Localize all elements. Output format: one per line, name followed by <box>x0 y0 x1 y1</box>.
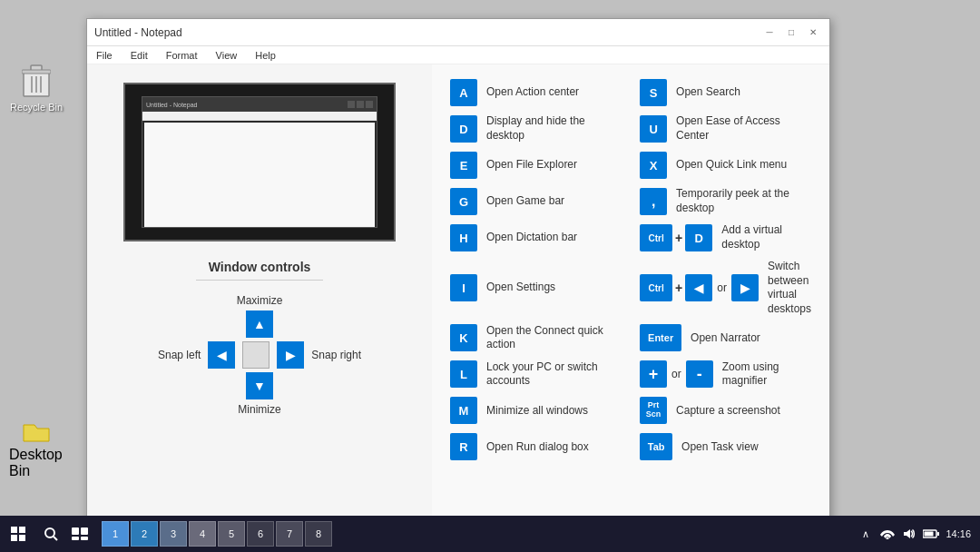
key-d-combo: D <box>685 224 712 251</box>
menu-format[interactable]: Format <box>161 48 203 63</box>
clock-time: 14:16 <box>946 527 971 540</box>
svg-point-12 <box>887 537 889 540</box>
desc-x: Open Quick Link menu <box>676 158 787 172</box>
shortcut-u: U Open Ease of Access Center <box>640 114 811 143</box>
shortcut-a: A Open Action center <box>450 78 612 107</box>
key-plus-zoom: + <box>640 360 667 388</box>
screenshot-preview: Untitled - Notepad <box>123 83 396 242</box>
shortcut-g: G Open Game bar <box>450 187 612 216</box>
shortcut-r: R Open Run dialog box <box>450 432 612 461</box>
menu-help[interactable]: Help <box>250 48 281 63</box>
svg-rect-2 <box>22 70 51 74</box>
taskbar-pinned-numbers: 1 2 3 4 5 6 7 8 <box>102 516 334 552</box>
snap-left-btn[interactable]: ◀ <box>208 341 235 369</box>
taskbar-pin-5[interactable]: 5 <box>218 521 245 547</box>
taskbar: 1 2 3 4 5 6 7 8 ∧ <box>0 516 980 552</box>
preview-title-text: Untitled - Notepad <box>146 102 197 108</box>
desc-r: Open Run dialog box <box>486 440 589 455</box>
snap-row: Snap left ◀ ▶ Snap right <box>158 341 361 369</box>
taskbar-pin-3[interactable]: 3 <box>160 521 187 547</box>
network-icon <box>880 528 895 539</box>
svg-rect-14 <box>937 532 939 536</box>
or-text: or <box>717 281 727 294</box>
snap-right-label: Snap right <box>311 349 361 361</box>
recycle-bin-label: Recycle Bin <box>10 102 63 113</box>
shortcut-h: H Open Dictation bar <box>450 223 612 252</box>
titlebar-controls: ─ □ ✕ <box>760 25 822 40</box>
taskbar-clock[interactable]: 14:16 <box>946 527 971 540</box>
taskbar-pin-8[interactable]: 8 <box>305 521 332 547</box>
taskbar-search-button[interactable] <box>36 519 65 548</box>
key-s: S <box>640 79 667 106</box>
search-icon <box>44 527 58 541</box>
start-sq-1 <box>11 527 17 533</box>
taskbar-pin-4[interactable]: 4 <box>189 521 216 547</box>
key-minus-zoom: - <box>686 360 713 388</box>
key-combo-ctrl-arrow: Ctrl + ◀ or ▶ <box>640 274 759 301</box>
desc-u: Open Ease of Access Center <box>676 114 811 143</box>
maximize-row: Maximize <box>237 294 283 307</box>
desc-k: Open the Connect quick action <box>486 324 612 352</box>
desc-l: Lock your PC or switch accounts <box>486 360 612 389</box>
maximize-label: Maximize <box>237 294 283 307</box>
key-prtscn: Prt Scn <box>640 397 667 424</box>
down-arrow-btn[interactable]: ▼ <box>246 372 273 399</box>
battery-icon <box>923 529 939 538</box>
tray-battery-icon[interactable] <box>922 525 940 543</box>
preview-titlebar: Untitled - Notepad <box>142 97 377 112</box>
menu-edit[interactable]: Edit <box>125 48 153 63</box>
tray-volume-icon[interactable] <box>900 525 918 543</box>
svg-line-7 <box>54 537 57 540</box>
taskbar-pin-7[interactable]: 7 <box>276 521 303 547</box>
task-view-icon <box>72 527 88 540</box>
desktop-folder-icon[interactable]: Desktop Bin <box>9 418 64 479</box>
shortcut-d: D Display and hide the desktop <box>450 114 612 143</box>
desc-h: Open Dictation bar <box>486 231 577 245</box>
key-combo-zoom: + or - <box>640 360 713 388</box>
window-controls-title: Window controls <box>209 260 311 274</box>
shortcut-prtscn: Prt Scn Capture a screenshot <box>640 396 811 425</box>
taskbar-task-view-button[interactable] <box>65 519 94 548</box>
maximize-button[interactable]: □ <box>782 25 800 40</box>
desc-g: Open Game bar <box>486 194 564 209</box>
start-button[interactable] <box>0 516 36 552</box>
notepad-title: Untitled - Notepad <box>94 26 182 39</box>
shortcut-ctrl-d: Ctrl + D Add a virtual desktop <box>640 223 811 252</box>
volume-icon <box>903 528 916 539</box>
or-text-2: or <box>671 368 681 380</box>
minimize-label: Minimize <box>238 403 280 416</box>
minimize-button[interactable]: ─ <box>760 25 779 40</box>
key-x: X <box>640 152 667 179</box>
start-sq-2 <box>19 527 25 533</box>
key-left: ◀ <box>685 274 712 301</box>
close-button[interactable]: ✕ <box>804 25 822 40</box>
desktop: Recycle Bin Desktop Bin Untitled - Notep… <box>0 0 980 552</box>
taskbar-pin-6[interactable]: 6 <box>247 521 274 547</box>
svg-rect-9 <box>81 527 88 535</box>
shortcuts-grid: A Open Action center S Open Search D Dis… <box>450 78 811 461</box>
recycle-bin-icon[interactable]: Recycle Bin <box>9 64 64 113</box>
desc-a: Open Action center <box>486 85 579 100</box>
key-d: D <box>450 115 477 143</box>
preview-menu <box>142 112 377 121</box>
svg-rect-8 <box>72 527 79 535</box>
shortcut-comma: , Temporarily peek at the desktop <box>640 187 811 216</box>
menu-view[interactable]: View <box>211 48 243 63</box>
up-arrow-btn[interactable]: ▲ <box>246 310 273 338</box>
menu-file[interactable]: File <box>91 48 118 63</box>
plus-sign-2: + <box>675 281 682 295</box>
snap-right-btn[interactable]: ▶ <box>277 341 304 369</box>
desc-comma: Temporarily peek at the desktop <box>676 187 811 215</box>
desc-m: Minimize all windows <box>486 404 588 419</box>
key-combo-ctrl-d: Ctrl + D <box>640 224 712 251</box>
shortcut-e: E Open File Explorer <box>450 151 612 180</box>
tray-chevron-icon[interactable]: ∧ <box>857 525 875 543</box>
tray-network-icon[interactable] <box>878 525 897 543</box>
desc-e: Open File Explorer <box>486 158 577 172</box>
key-a: A <box>450 79 477 106</box>
taskbar-pin-2[interactable]: 2 <box>131 521 158 547</box>
section-divider <box>196 280 323 281</box>
taskbar-pin-1[interactable]: 1 <box>102 521 129 547</box>
key-u: U <box>640 115 667 143</box>
svg-rect-15 <box>925 532 934 537</box>
